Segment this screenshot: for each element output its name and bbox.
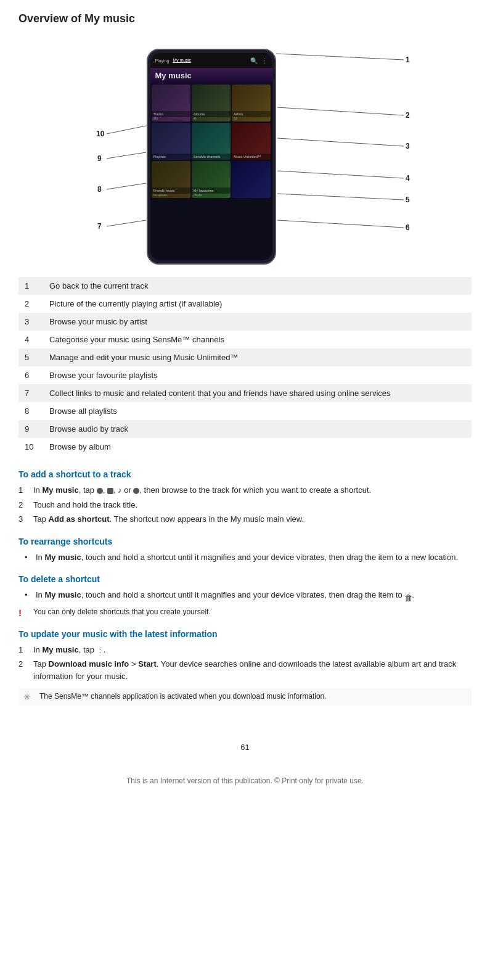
svg-line-0 [276,54,404,60]
row-text: Manage and edit your music using Music U… [43,348,472,366]
row-text: Browse your music by artist [43,313,472,331]
section-heading-delete: To delete a shortcut [18,574,472,584]
bullet-item: • In My music, touch and hold a shortcut… [18,551,472,564]
callout-3: 3 [406,142,410,150]
cell-label-artists: Artists [232,111,271,117]
row-num: 9 [18,420,43,438]
add-shortcut-steps: 1 In My music, tap , , ♪ or , then brows… [18,484,472,525]
table-row: 8Browse all playlists [18,402,472,420]
bullet-item: • In My music, touch and hold a shortcut… [18,589,472,601]
update-steps: 1 In My music, tap ⋮. 2 Tap Download mus… [18,644,472,683]
screen-grid: Tracks 345 Albums 46 Artists 50 Playli [150,83,272,199]
footer-area: 61 This is an Internet version of this p… [18,743,472,785]
row-num: 7 [18,384,43,402]
row-num: 8 [18,402,43,420]
exclamation-icon: ! [18,607,28,618]
svg-line-3 [277,171,404,178]
callout-6: 6 [406,223,410,232]
row-text: Collect links to music and related conte… [43,384,472,402]
table-row: 1Go back to the current track [18,277,472,295]
cell-label-favourites: My favourites [192,187,231,194]
screen-title: My music [150,68,272,83]
svg-line-7 [107,152,146,159]
svg-line-1 [277,107,404,115]
step-item: 2 Tap Download music info > Start. Your … [18,658,472,682]
row-num: 1 [18,277,43,295]
note-exclamation: ! You can only delete shortcuts that you… [18,607,472,618]
section-heading-add-shortcut: To add a shortcut to a track [18,469,472,479]
cell-label-friends: Friends' music [152,187,190,194]
cell-label-playlists: Playlists [152,154,190,160]
tip-text: The SensMe™ channels application is acti… [39,692,327,701]
callout-5: 5 [406,196,410,204]
cell-sublabel-albums: 46 [192,117,231,121]
step-item: 1 In My music, tap , , ♪ or , then brows… [18,484,472,496]
tip-lightbulb-icon: ✳ [23,692,35,702]
cell-label-unlimited: Music Unlimited™ [232,154,271,160]
row-text: Browse your favourite playlists [43,366,472,384]
phone-mockup: Playing My music 🔍 ⋮ My music Tracks 345 [147,49,276,265]
grid-cell-playlists: Playlists [152,123,190,160]
cell-label-tracks: Tracks [152,111,190,117]
callout-4: 4 [406,174,410,183]
cell-sublabel-tracks: 345 [152,117,190,121]
table-row: 2Picture of the currently playing artist… [18,295,472,313]
row-text: Picture of the currently playing artist … [43,295,472,313]
rearrange-bullets: • In My music, touch and hold a shortcut… [18,551,472,564]
step-item: 3 Tap Add as shortcut. The shortcut now … [18,513,472,525]
row-num: 3 [18,313,43,331]
row-text: Go back to the current track [43,277,472,295]
table-row: 3Browse your music by artist [18,313,472,331]
info-table: 1Go back to the current track2Picture of… [18,277,472,456]
cell-label-sensme: SensMe channels [192,154,231,160]
row-num: 10 [18,438,43,456]
row-text: Browse audio by track [43,420,472,438]
tip-note: ✳ The SensMe™ channels application is ac… [18,688,472,706]
tab-my-music: My music [173,58,191,63]
icon-menu-lines [107,488,113,494]
svg-line-9 [107,220,146,226]
svg-line-5 [277,220,404,228]
grid-cell-artists: Artists 50 [232,84,271,121]
page-number: 61 [18,743,472,752]
tab-playing: Playing [155,59,169,63]
note-text: You can only delete shortcuts that you c… [33,607,211,616]
phone-outer: Playing My music 🔍 ⋮ My music Tracks 345 [147,49,276,265]
svg-line-6 [107,126,146,134]
callout-8: 8 [97,185,102,194]
footer-copyright: This is an Internet version of this publ… [18,776,472,785]
table-row: 4Categorise your music using SensMe™ cha… [18,331,472,348]
screen-top-bar: Playing My music 🔍 ⋮ [150,53,272,68]
grid-cell-friends: Friends' music No updates [152,161,190,198]
section-heading-update: To update your music with the latest inf… [18,629,472,639]
callout-1: 1 [406,56,410,64]
icon-circle [97,488,103,494]
grid-cell-favourites: My favourites Playlist [192,161,231,198]
page-title: Overview of My music [18,12,472,25]
svg-line-4 [277,194,404,200]
menu-dots-icon: ⋮ [261,57,267,64]
row-num: 4 [18,331,43,348]
callout-10: 10 [96,130,105,138]
cell-label-albums: Albums [192,111,231,117]
row-text: Browse by album [43,438,472,456]
callout-2: 2 [406,111,410,120]
menu-icon: ⋮ [97,646,104,654]
section-heading-rearrange: To rearrange shortcuts [18,537,472,546]
trash-icon: 🗑 [404,592,412,599]
cell-sublabel-friends: No updates [152,194,190,198]
grid-cell-unlimited: Music Unlimited™ [232,123,271,160]
callout-7: 7 [97,222,102,231]
phone-diagram: Playing My music 🔍 ⋮ My music Tracks 345 [60,36,430,277]
step-item: 2 Touch and hold the track title. [18,499,472,511]
svg-line-8 [107,183,146,189]
table-row: 7Collect links to music and related cont… [18,384,472,402]
callout-9: 9 [97,154,102,163]
row-text: Browse all playlists [43,402,472,420]
search-icon: 🔍 [250,57,258,64]
row-text: Categorise your music using SensMe™ chan… [43,331,472,348]
page-content: Overview of My music Playing My music 🔍 … [0,0,490,810]
grid-cell-extra [232,161,271,198]
delete-bullets: • In My music, touch and hold a shortcut… [18,589,472,601]
grid-cell-tracks: Tracks 345 [152,84,190,121]
